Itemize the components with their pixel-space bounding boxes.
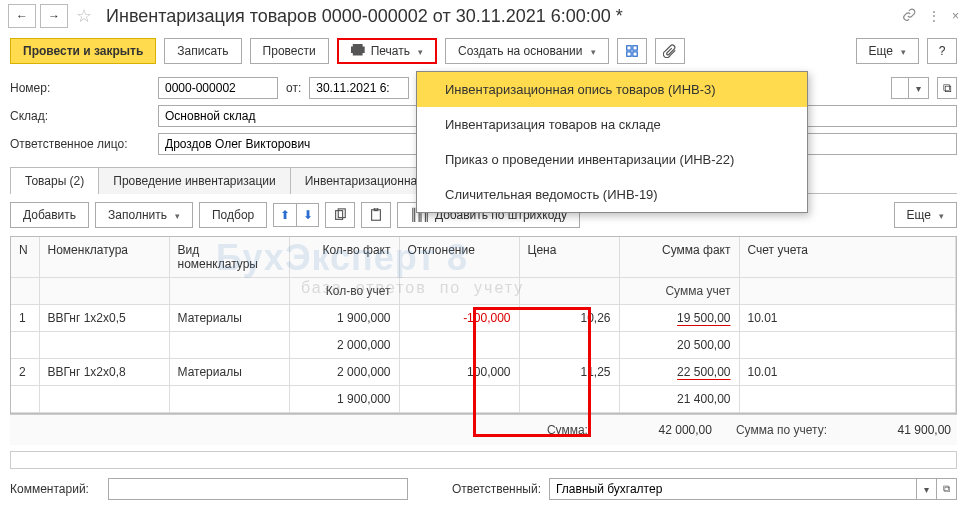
table-row[interactable]: 1 ВВГнг 1х2х0,5 Материалы 1 900,000 -100… xyxy=(11,305,956,332)
col-diff[interactable]: Отклонение xyxy=(399,237,519,278)
cell-diff: 100,000 xyxy=(399,359,519,386)
col-sum-plan[interactable]: Сумма учет xyxy=(619,278,739,305)
extra-number-input[interactable] xyxy=(891,77,909,99)
attachment-icon-button[interactable] xyxy=(655,38,685,64)
cell-price: 10,26 xyxy=(519,305,619,332)
pick-button[interactable]: Подбор xyxy=(199,202,267,228)
responsible-person-label: Ответственное лицо: xyxy=(10,137,150,151)
tab-more-button[interactable]: Еще xyxy=(894,202,957,228)
cell-qty-plan: 1 900,000 xyxy=(289,386,399,413)
print-option-warehouse[interactable]: Инвентаризация товаров на складе xyxy=(417,107,807,142)
svg-rect-2 xyxy=(626,52,630,56)
print-button[interactable]: Печать xyxy=(337,38,437,64)
tab-goods[interactable]: Товары (2) xyxy=(10,167,99,194)
responsible-input[interactable] xyxy=(549,478,917,500)
svg-rect-0 xyxy=(626,46,630,50)
col-qty-plan[interactable]: Кол-во учет xyxy=(289,278,399,305)
comment-label: Комментарий: xyxy=(10,482,100,496)
move-up-button[interactable]: ⬆ xyxy=(274,204,296,226)
cell-price: 11,25 xyxy=(519,359,619,386)
tab-more-label: Еще xyxy=(907,208,931,222)
create-based-label: Создать на основании xyxy=(458,44,583,58)
cell-n: 1 xyxy=(11,305,39,332)
chevron-down-icon xyxy=(589,44,596,58)
totals-sum-plan-label: Сумма по учету: xyxy=(736,423,827,437)
number-input[interactable] xyxy=(158,77,278,99)
cell-qty-plan: 2 000,000 xyxy=(289,332,399,359)
comment-input[interactable] xyxy=(108,478,408,500)
col-kind[interactable]: Вид номенклатуры xyxy=(169,237,289,278)
cell-account: 10.01 xyxy=(739,359,956,386)
open-ref-button[interactable]: ⧉ xyxy=(937,478,957,500)
print-option-inv19[interactable]: Сличительная ведомость (ИНВ-19) xyxy=(417,177,807,212)
print-option-inv22[interactable]: Приказ о проведении инвентаризации (ИНВ-… xyxy=(417,142,807,177)
create-based-button[interactable]: Создать на основании xyxy=(445,38,609,64)
table-row-subline[interactable]: 1 900,000 21 400,00 xyxy=(11,386,956,413)
fill-button[interactable]: Заполнить xyxy=(95,202,193,228)
col-sum-fact[interactable]: Сумма факт xyxy=(619,237,739,278)
nav-back-button[interactable]: ← xyxy=(8,4,36,28)
print-button-label: Печать xyxy=(371,44,410,58)
cell-sum-fact: 22 500,00 xyxy=(677,365,730,379)
chevron-down-icon xyxy=(416,44,423,58)
help-button[interactable]: ? xyxy=(927,38,957,64)
dropdown-toggle[interactable]: ▾ xyxy=(909,77,929,99)
tab-inventory-procedure[interactable]: Проведение инвентаризации xyxy=(98,167,290,194)
save-button[interactable]: Записать xyxy=(164,38,241,64)
page-title: Инвентаризация товаров 0000-000002 от 30… xyxy=(106,6,898,27)
move-row-buttons: ⬆ ⬇ xyxy=(273,203,319,227)
paste-row-button[interactable] xyxy=(361,202,391,228)
date-input[interactable] xyxy=(309,77,409,99)
col-price[interactable]: Цена xyxy=(519,237,619,278)
link-icon[interactable] xyxy=(902,8,916,25)
close-icon[interactable]: × xyxy=(952,9,959,23)
date-from-label: от: xyxy=(286,81,301,95)
empty-panel xyxy=(10,451,957,469)
fill-label: Заполнить xyxy=(108,208,167,222)
totals-sum-plan-value: 41 900,00 xyxy=(851,423,951,437)
col-qty-fact[interactable]: Кол-во факт xyxy=(289,237,399,278)
totals-row: Сумма: 42 000,00 Сумма по учету: 41 900,… xyxy=(10,414,957,445)
col-nomenclature[interactable]: Номенклатура xyxy=(39,237,169,278)
cell-qty-fact: 2 000,000 xyxy=(289,359,399,386)
svg-rect-3 xyxy=(632,52,636,56)
col-n[interactable]: N xyxy=(11,237,39,278)
structure-icon-button[interactable] xyxy=(617,38,647,64)
goods-table: БухЭксперт 8 база ответов по учету N Ном… xyxy=(10,236,957,414)
cell-sum-plan: 21 400,00 xyxy=(619,386,739,413)
svg-rect-6 xyxy=(372,210,381,221)
cell-kind: Материалы xyxy=(169,359,289,386)
print-option-inv3[interactable]: Инвентаризационная опись товаров (ИНВ-3) xyxy=(417,72,807,107)
cell-sum-fact: 19 500,00 xyxy=(677,311,730,325)
favorite-star-icon[interactable]: ☆ xyxy=(72,4,96,28)
cell-n: 2 xyxy=(11,359,39,386)
popout-icon-button[interactable]: ⧉ xyxy=(937,77,957,99)
more-button[interactable]: Еще xyxy=(856,38,919,64)
cell-diff: -100,000 xyxy=(399,305,519,332)
cell-qty-fact: 1 900,000 xyxy=(289,305,399,332)
col-account[interactable]: Счет учета xyxy=(739,237,956,278)
copy-row-button[interactable] xyxy=(325,202,355,228)
chevron-down-icon xyxy=(899,44,906,58)
totals-sum-value: 42 000,00 xyxy=(612,423,712,437)
table-row[interactable]: 2 ВВГнг 1х2х0,8 Материалы 2 000,000 100,… xyxy=(11,359,956,386)
post-button[interactable]: Провести xyxy=(250,38,329,64)
warehouse-label: Склад: xyxy=(10,109,150,123)
move-down-button[interactable]: ⬇ xyxy=(296,204,318,226)
dropdown-toggle[interactable]: ▾ xyxy=(917,478,937,500)
add-row-button[interactable]: Добавить xyxy=(10,202,89,228)
nav-forward-button[interactable]: → xyxy=(40,4,68,28)
more-label: Еще xyxy=(869,44,893,58)
more-icon[interactable]: ⋮ xyxy=(928,9,940,23)
print-dropdown: Инвентаризационная опись товаров (ИНВ-3)… xyxy=(416,71,808,213)
cell-sum-plan: 20 500,00 xyxy=(619,332,739,359)
cell-kind: Материалы xyxy=(169,305,289,332)
svg-rect-1 xyxy=(632,46,636,50)
cell-nom: ВВГнг 1х2х0,8 xyxy=(39,359,169,386)
cell-account: 10.01 xyxy=(739,305,956,332)
cell-nom: ВВГнг 1х2х0,5 xyxy=(39,305,169,332)
totals-sum-label: Сумма: xyxy=(547,423,588,437)
number-label: Номер: xyxy=(10,81,150,95)
post-and-close-button[interactable]: Провести и закрыть xyxy=(10,38,156,64)
table-row-subline[interactable]: 2 000,000 20 500,00 xyxy=(11,332,956,359)
